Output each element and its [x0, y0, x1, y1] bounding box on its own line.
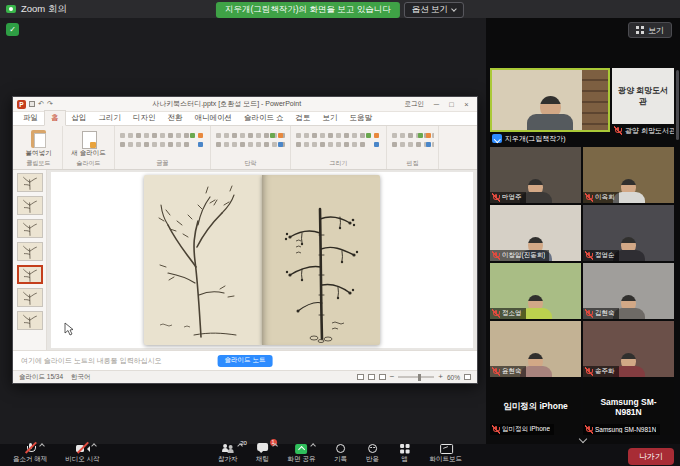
view-layout-button[interactable]: 보기: [628, 22, 672, 38]
toolbar-icon: [257, 443, 268, 454]
ppt-menu-tab[interactable]: 그리기: [93, 111, 128, 125]
slide-thumbnail-panel[interactable]: [13, 170, 47, 350]
leave-meeting-button[interactable]: 나가기: [628, 448, 674, 465]
toolbar-button[interactable]: 화이트보드: [420, 441, 471, 466]
ppt-menu-tab[interactable]: 애니메이션: [189, 111, 239, 125]
participant-tile[interactable]: 김현숙 김현숙: [583, 263, 674, 319]
window-title: Zoom 회의: [21, 3, 67, 16]
participant-tile[interactable]: 마영주 마영주: [490, 147, 581, 203]
slide-thumbnail[interactable]: [17, 265, 43, 284]
thumbnail-tree-image: [19, 175, 41, 191]
caret-up-icon[interactable]: [237, 443, 243, 449]
encryption-badge-icon[interactable]: ✓: [6, 23, 19, 36]
toolbar-button[interactable]: 기록: [324, 441, 356, 466]
language-indicator[interactable]: 한국어: [71, 373, 91, 382]
ppt-menu-tab[interactable]: 삽입: [66, 111, 93, 125]
toolbar-button[interactable]: 1 채팅: [247, 441, 279, 466]
ppt-menu-tab[interactable]: 보기: [317, 111, 344, 125]
normal-view-icon[interactable]: [357, 374, 364, 380]
ppt-menu-tab[interactable]: 전환: [162, 111, 189, 125]
bookshelf-background: [582, 70, 608, 130]
toolbar-center-group: 20 참가자 1 채팅: [209, 441, 471, 466]
notes-pane[interactable]: 여기에 슬라이드 노트의 내용을 입력하십시오 슬라이드 노트: [13, 350, 477, 370]
ppt-menu-tab[interactable]: 홈: [44, 110, 66, 126]
participant-tile[interactable]: 정소영 정소영: [490, 263, 581, 319]
participant-name: 이옥희: [595, 193, 615, 202]
ppt-menu-tab[interactable]: 도움말: [344, 111, 379, 125]
ribbon-group[interactable]: 붙여넣기 클립보드: [15, 126, 63, 169]
close-button[interactable]: ×: [460, 100, 473, 109]
maximize-button[interactable]: □: [445, 100, 458, 109]
participant-name: 이창임(진동희): [502, 251, 545, 260]
ppt-menu-tab[interactable]: 검토: [290, 111, 317, 125]
slide-thumbnail[interactable]: [17, 219, 43, 238]
slide-thumbnail[interactable]: [17, 242, 43, 261]
ppt-status-bar: 슬라이드 15/34 한국어 − + 60%: [13, 370, 477, 383]
toolbar-button[interactable]: 비디오 시작: [56, 441, 108, 466]
zoom-titlebar: Zoom 회의 지우개(그림책작가)의 화면을 보고 있습니다 옵션 보기: [0, 0, 680, 18]
thumbnail-tree-image: [19, 290, 41, 306]
gallery-scroll-chevron-icon[interactable]: [579, 435, 587, 443]
ppt-menu-tab[interactable]: 슬라이드 쇼: [238, 111, 290, 125]
slide-notes-button[interactable]: 슬라이드 노트: [218, 355, 273, 367]
zoom-meeting-icon: [6, 5, 16, 13]
participant-tile-camera-off[interactable]: 광양 희망도서관 광양 희망도서관: [612, 68, 674, 145]
sidebar-scrollbar[interactable]: [676, 70, 679, 140]
ribbon-button-label: 붙여넣기: [26, 149, 52, 158]
participant-nameplate: 정소영: [490, 308, 526, 319]
active-speaker-tile[interactable]: 지우개(그림책작가): [490, 68, 610, 145]
zoom-percentage[interactable]: 60%: [447, 374, 460, 381]
participant-name: 윤현숙: [502, 367, 522, 376]
ribbon-group[interactable]: 글꼴: [115, 126, 211, 169]
toolbar-button[interactable]: 앱: [388, 441, 420, 466]
toolbar-button[interactable]: 화면 공유: [279, 441, 325, 466]
view-options-button[interactable]: 옵션 보기: [404, 2, 464, 18]
toolbar-icon: [76, 444, 88, 453]
participant-tile[interactable]: 이옥희 이옥희: [583, 147, 674, 203]
ribbon-group[interactable]: 그리기: [291, 126, 387, 169]
caret-up-icon[interactable]: [272, 443, 278, 449]
save-icon[interactable]: [29, 101, 35, 107]
ribbon-group[interactable]: 편집: [387, 126, 439, 169]
slide-thumbnail[interactable]: [17, 173, 43, 192]
participant-tile[interactable]: Samsung SM-N981N Samsung SM-N981N: [583, 379, 674, 435]
participant-tile[interactable]: 송주화 송주화: [583, 321, 674, 377]
speaker-dropdown-icon[interactable]: [492, 134, 502, 143]
caret-up-icon[interactable]: [311, 443, 317, 449]
slide-sorter-view-icon[interactable]: [368, 374, 375, 380]
participant-tile[interactable]: 정영순 정영순: [583, 205, 674, 261]
speaker-nameplate: 지우개(그림책작가): [490, 132, 610, 145]
zoom-in-button[interactable]: +: [438, 374, 443, 380]
tree-drawing-left: [144, 175, 262, 345]
slide-thumbnail[interactable]: [17, 288, 43, 307]
zoom-out-button[interactable]: −: [390, 374, 395, 380]
caret-up-icon[interactable]: [92, 443, 98, 449]
zoom-slider[interactable]: [398, 376, 434, 378]
participant-name: 정영순: [595, 251, 615, 260]
toolbar-button[interactable]: 반응: [356, 441, 388, 466]
participant-nameplate: Samsung SM-N981N: [583, 424, 660, 435]
current-slide: [51, 172, 473, 348]
toolbar-button[interactable]: 20 참가자: [209, 441, 247, 466]
slide-editing-area[interactable]: [47, 170, 477, 350]
notes-placeholder[interactable]: 여기에 슬라이드 노트의 내용을 입력하십시오: [21, 356, 162, 366]
ppt-menu-tab[interactable]: 디자인: [127, 111, 162, 125]
signin-button[interactable]: 로그인: [401, 100, 429, 109]
ppt-menu-tab[interactable]: 파일: [17, 111, 44, 125]
ribbon-group[interactable]: 새 슬라이드 슬라이드: [63, 126, 115, 169]
slide-thumbnail[interactable]: [17, 196, 43, 215]
ribbon-group[interactable]: 단락: [211, 126, 291, 169]
caret-up-icon[interactable]: [39, 443, 45, 449]
slideshow-view-icon[interactable]: [379, 374, 386, 380]
toolbar-button[interactable]: 음소거 해제: [4, 441, 56, 466]
undo-icon[interactable]: ↶: [38, 100, 44, 108]
toolbar-icon: [440, 444, 452, 454]
camera-off-nameplate: 광양 희망도서관: [612, 124, 674, 137]
participant-tile[interactable]: 윤현숙 윤현숙: [490, 321, 581, 377]
participant-tile[interactable]: 이창임(진동희) 이창임(진동희): [490, 205, 581, 261]
minimize-button[interactable]: ─: [430, 100, 443, 109]
fit-slide-icon[interactable]: [464, 374, 471, 380]
participant-tile[interactable]: 임미정의 iPhone 임미정의 iPhone: [490, 379, 581, 435]
zoom-slider-thumb[interactable]: [418, 374, 421, 381]
slide-thumbnail[interactable]: [17, 311, 43, 330]
